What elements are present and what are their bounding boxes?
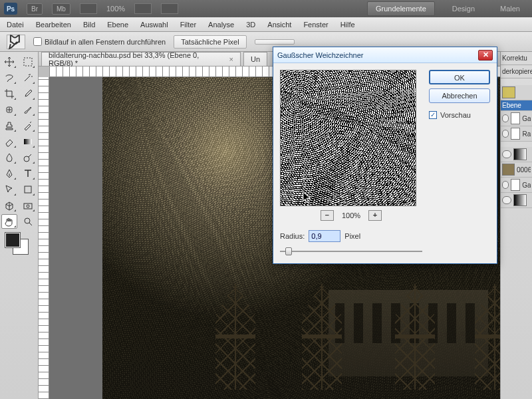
document-tab-2[interactable]: Un: [243, 52, 267, 66]
dialog-title: Gaußscher Weichzeichner: [277, 51, 363, 59]
move-tool[interactable]: [1, 55, 17, 69]
history-brush-tool[interactable]: [20, 118, 36, 133]
layer-row[interactable]: Gau: [501, 111, 532, 126]
marquee-tool[interactable]: [20, 55, 36, 69]
zoom-level[interactable]: 100%: [106, 5, 125, 13]
menu-3d[interactable]: 3D: [246, 21, 255, 29]
menu-analyse[interactable]: Analyse: [208, 21, 234, 29]
type-tool[interactable]: [20, 166, 36, 181]
zoom-out-button[interactable]: –: [321, 210, 334, 221]
radius-unit: Pixel: [344, 232, 360, 240]
panel-dock: Korrektu derkopieren Ebene Gau Rau 0006: [500, 52, 532, 399]
visibility-icon[interactable]: [502, 114, 509, 122]
shape-tool[interactable]: [20, 182, 36, 197]
blur-tool[interactable]: [1, 150, 17, 165]
layer-name: 0006: [517, 166, 531, 174]
menu-bar: Datei Bearbeiten Bild Ebene Auswahl Filt…: [0, 17, 532, 32]
fit-screen-button[interactable]: [255, 39, 295, 45]
pen-tool[interactable]: [1, 166, 17, 181]
radius-label: Radius:: [280, 232, 305, 240]
ruler-vertical[interactable]: [39, 77, 49, 399]
scroll-all-checkbox[interactable]: Bildlauf in allen Fenstern durchführen: [33, 37, 166, 46]
zoom-tool[interactable]: [20, 214, 36, 229]
dodge-tool[interactable]: [20, 150, 36, 165]
layer-row[interactable]: Gau: [501, 178, 532, 193]
radius-slider[interactable]: [280, 246, 422, 257]
image-trellis: [215, 283, 255, 390]
svg-rect-2: [24, 139, 32, 144]
visibility-icon[interactable]: [502, 130, 509, 138]
slider-track: [280, 251, 422, 252]
radius-input[interactable]: [309, 230, 340, 242]
panel-tab-korrektur[interactable]: Korrektu: [501, 52, 532, 65]
zoom-in-button[interactable]: +: [368, 210, 382, 221]
panel-icons[interactable]: [501, 85, 532, 100]
menu-bild[interactable]: Bild: [83, 21, 95, 29]
eraser-tool[interactable]: [1, 134, 17, 149]
visibility-icon[interactable]: [502, 181, 509, 189]
actual-pixels-button[interactable]: Tatsächliche Pixel: [174, 35, 246, 49]
hand-tool[interactable]: [1, 214, 17, 229]
menu-hilfe[interactable]: Hilfe: [340, 21, 355, 29]
screenmode-dropdown[interactable]: [161, 3, 178, 14]
3d-tool[interactable]: [1, 198, 17, 213]
svg-point-6: [27, 205, 29, 207]
document-tab-active[interactable]: bildalterung-nachbau.psd bei 33,3% (Eben…: [41, 52, 241, 66]
minibridge-button[interactable]: Mb: [52, 3, 70, 15]
menu-datei[interactable]: Datei: [7, 21, 24, 29]
workspace-design[interactable]: Design: [444, 2, 483, 15]
visibility-icon[interactable]: [502, 150, 511, 158]
layer-row[interactable]: [501, 147, 532, 162]
visibility-icon[interactable]: [502, 196, 511, 204]
layer-row[interactable]: [501, 193, 532, 208]
cancel-button[interactable]: Abbrechen: [429, 88, 490, 103]
color-swatches[interactable]: [5, 233, 32, 257]
brush-tool[interactable]: [20, 102, 36, 117]
view-dropdown[interactable]: [80, 3, 97, 14]
workspace-grundelemente[interactable]: Grundelemente: [367, 1, 435, 16]
eyedropper-tool[interactable]: [20, 86, 36, 101]
gradient-tool[interactable]: [20, 134, 36, 149]
preview-zoom: 100%: [342, 211, 360, 219]
menu-bearbeiten[interactable]: Bearbeiten: [36, 21, 71, 29]
svg-rect-4: [25, 186, 31, 193]
layer-name: Gau: [522, 182, 531, 189]
arrange-dropdown[interactable]: [134, 3, 152, 14]
menu-filter[interactable]: Filter: [180, 21, 196, 29]
menu-fenster[interactable]: Fenster: [303, 21, 328, 29]
svg-point-3: [24, 156, 29, 162]
dialog-titlebar[interactable]: Gaußscher Weichzeichner ✕: [273, 47, 497, 63]
adjustment-icon[interactable]: [502, 86, 515, 98]
workspace-malen[interactable]: Malen: [492, 2, 528, 15]
menu-ebene[interactable]: Ebene: [107, 21, 128, 29]
layer-row[interactable]: Rau: [501, 126, 532, 142]
preview-checkbox[interactable]: ✓ Vorschau: [429, 111, 490, 119]
crop-tool[interactable]: [1, 86, 17, 101]
lasso-tool[interactable]: [1, 70, 17, 85]
menu-ansicht[interactable]: Ansicht: [267, 21, 291, 29]
app-bar: Ps Br Mb 100% Grundelemente Design Malen: [0, 0, 532, 17]
healing-tool[interactable]: [1, 102, 17, 117]
checkbox-icon[interactable]: ✓: [429, 111, 437, 119]
stamp-tool[interactable]: [1, 118, 17, 133]
layer-name: Gau: [522, 115, 531, 122]
path-select-tool[interactable]: [1, 182, 17, 197]
foreground-color[interactable]: [5, 233, 20, 247]
wand-tool[interactable]: [20, 70, 36, 85]
close-icon[interactable]: ✕: [478, 50, 493, 61]
scroll-all-input[interactable]: [33, 37, 42, 46]
current-tool-icon[interactable]: [7, 35, 25, 49]
close-tab-icon[interactable]: ×: [229, 55, 233, 63]
slider-thumb[interactable]: [285, 247, 292, 255]
camera-tool[interactable]: [20, 198, 36, 213]
filter-preview[interactable]: [280, 70, 416, 206]
svg-rect-0: [24, 58, 32, 66]
panel-tab-copy[interactable]: derkopieren: [501, 65, 532, 78]
layer-row[interactable]: 0006: [501, 162, 532, 178]
panel-tab-ebenen[interactable]: Ebene: [501, 100, 532, 111]
bridge-button[interactable]: Br: [27, 3, 43, 15]
ok-button[interactable]: OK: [429, 70, 490, 84]
document-tab-2-title: Un: [251, 55, 260, 63]
menu-auswahl[interactable]: Auswahl: [140, 21, 168, 29]
layer-thumb: [511, 112, 520, 124]
